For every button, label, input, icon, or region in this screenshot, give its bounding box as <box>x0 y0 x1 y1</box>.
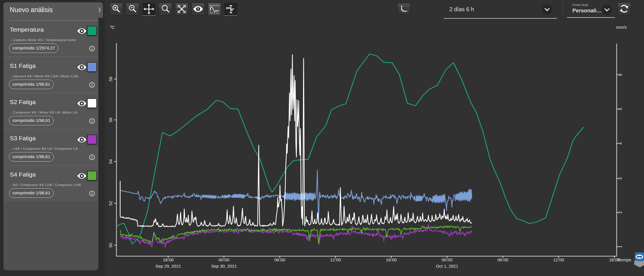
svg-text:58: 58 <box>108 77 113 82</box>
svg-text:00:00: 00:00 <box>218 257 229 262</box>
svg-text:06:00: 06:00 <box>497 257 508 262</box>
svg-text:3: 3 <box>618 177 623 180</box>
svg-text:18:00: 18:00 <box>163 257 174 262</box>
svg-text:6: 6 <box>618 74 623 76</box>
svg-text:5: 5 <box>618 108 623 110</box>
svg-text:4: 4 <box>618 142 623 145</box>
svg-text:Sep 30, 2021: Sep 30, 2021 <box>211 264 237 269</box>
svg-text:52: 52 <box>108 201 113 206</box>
svg-text:ºC: ºC <box>110 25 115 30</box>
svg-text:mm/s: mm/s <box>616 25 627 30</box>
svg-text:12:00: 12:00 <box>553 257 564 262</box>
svg-text:54: 54 <box>108 159 113 164</box>
svg-text:50: 50 <box>108 243 113 248</box>
svg-text:1: 1 <box>618 246 623 248</box>
svg-text:56: 56 <box>108 118 113 122</box>
svg-text:Oct 1, 2021: Oct 1, 2021 <box>436 264 458 269</box>
svg-text:2: 2 <box>618 211 623 214</box>
svg-text:Tiempo: Tiempo <box>617 257 631 262</box>
svg-text:06:00: 06:00 <box>274 257 285 262</box>
svg-text:Sep 29, 2021: Sep 29, 2021 <box>155 264 181 269</box>
svg-text:18:00: 18:00 <box>386 257 397 262</box>
svg-text:12:00: 12:00 <box>330 257 341 262</box>
svg-text:00:00: 00:00 <box>442 257 453 262</box>
